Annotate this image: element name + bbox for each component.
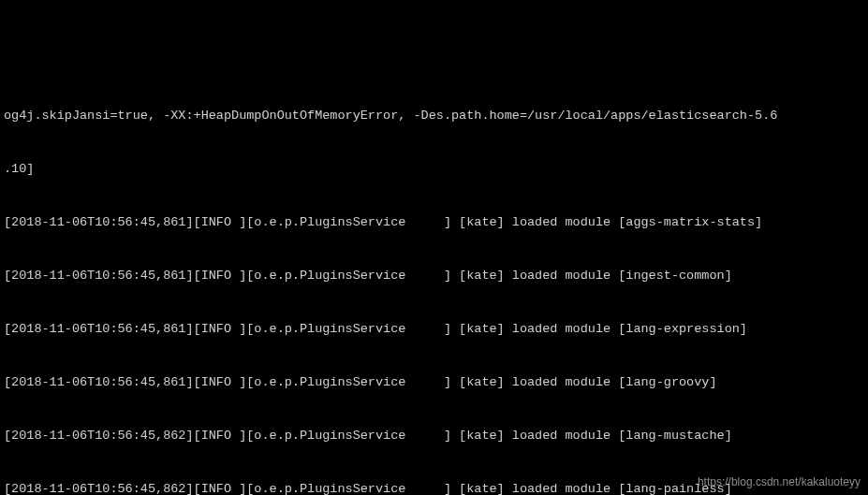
- terminal-output: og4j.skipJansi=true, -XX:+HeapDumpOnOutO…: [0, 71, 868, 495]
- log-line: [2018-11-06T10:56:45,861][INFO ][o.e.p.P…: [4, 213, 864, 231]
- watermark-text: https://blog.csdn.net/kakaluoteyy: [698, 473, 861, 491]
- log-line: [2018-11-06T10:56:45,861][INFO ][o.e.p.P…: [4, 373, 864, 391]
- log-line: og4j.skipJansi=true, -XX:+HeapDumpOnOutO…: [4, 107, 864, 124]
- log-line: [2018-11-06T10:56:45,861][INFO ][o.e.p.P…: [4, 267, 864, 284]
- log-line: [2018-11-06T10:56:45,862][INFO ][o.e.p.P…: [4, 427, 864, 444]
- log-line: [2018-11-06T10:56:45,861][INFO ][o.e.p.P…: [4, 320, 864, 338]
- log-line: .10]: [4, 160, 864, 178]
